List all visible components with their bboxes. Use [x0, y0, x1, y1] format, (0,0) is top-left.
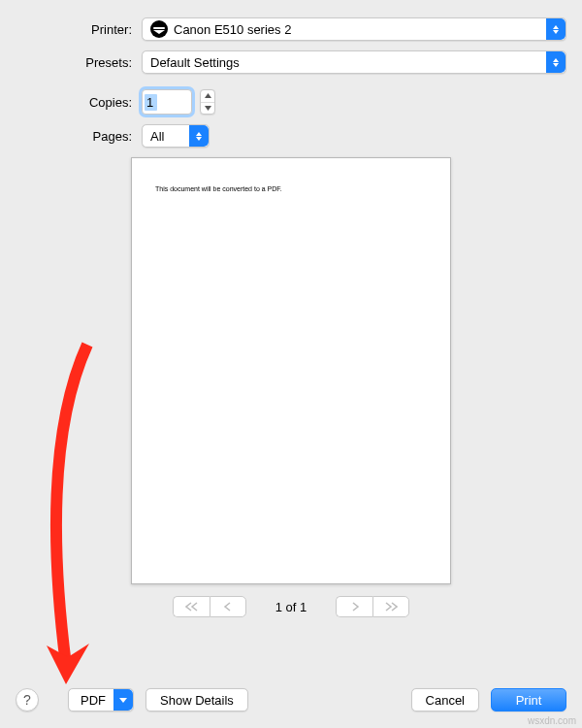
- copies-value: 1: [145, 94, 157, 111]
- page-indicator: 1 of 1: [262, 600, 320, 614]
- watermark: wsxdn.com: [528, 715, 576, 726]
- help-button[interactable]: ?: [16, 688, 39, 711]
- pages-select[interactable]: All: [142, 124, 210, 148]
- pager-back-group: [173, 596, 246, 617]
- updown-icon: [189, 125, 209, 147]
- chevron-right-icon: [348, 602, 362, 612]
- copies-label: Copies:: [16, 95, 142, 110]
- first-page-button[interactable]: [173, 596, 210, 617]
- copies-stepper[interactable]: [200, 89, 215, 115]
- double-chevron-right-icon: [384, 602, 398, 612]
- presets-label: Presets:: [16, 55, 142, 70]
- last-page-button[interactable]: [372, 596, 409, 617]
- prev-page-button[interactable]: [210, 596, 246, 617]
- printer-select[interactable]: Canon E510 series 2: [142, 17, 566, 41]
- stepper-up-icon[interactable]: [201, 90, 214, 103]
- preview-text: This document will be converted to a PDF…: [155, 185, 282, 192]
- pager-forward-group: [336, 596, 409, 617]
- presets-select-value: Default Settings: [150, 55, 240, 70]
- help-icon: ?: [23, 692, 31, 708]
- updown-icon: [546, 51, 566, 73]
- chevron-left-icon: [221, 602, 235, 612]
- pdf-label: PDF: [81, 693, 106, 708]
- printer-status-icon: [150, 20, 168, 38]
- printer-select-value: Canon E510 series 2: [174, 22, 291, 37]
- printer-label: Printer:: [16, 22, 142, 37]
- chevron-down-icon: [113, 689, 133, 711]
- copies-input[interactable]: 1: [142, 89, 192, 115]
- updown-icon: [546, 18, 566, 40]
- next-page-button[interactable]: [336, 596, 372, 617]
- show-details-button[interactable]: Show Details: [146, 688, 248, 711]
- pages-label: Pages:: [16, 129, 142, 144]
- pdf-menu-button[interactable]: PDF: [68, 688, 134, 711]
- stepper-down-icon[interactable]: [201, 103, 214, 115]
- double-chevron-left-icon: [185, 602, 199, 612]
- cancel-button[interactable]: Cancel: [411, 688, 479, 711]
- bottom-bar: ? PDF Show Details Cancel Print: [0, 672, 582, 728]
- pages-select-value: All: [150, 129, 164, 144]
- preview-page: This document will be converted to a PDF…: [131, 157, 451, 584]
- presets-select[interactable]: Default Settings: [142, 50, 566, 74]
- print-button[interactable]: Print: [491, 688, 566, 711]
